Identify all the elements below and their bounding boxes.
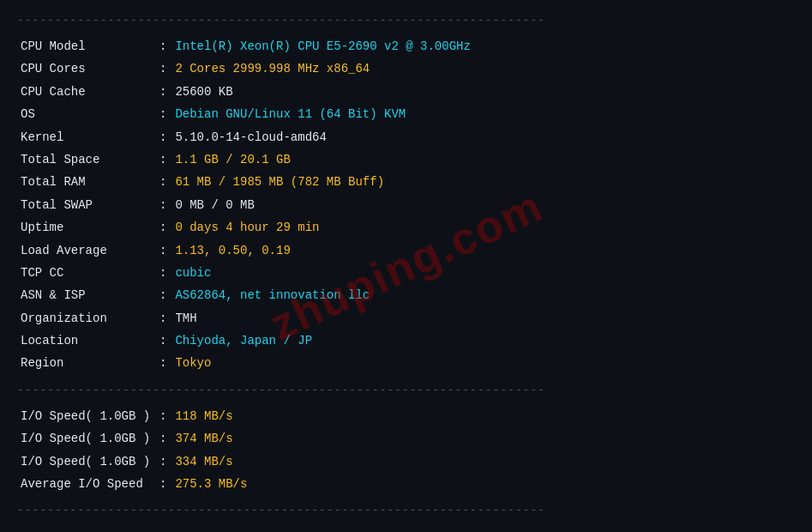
table-row: I/O Speed( 1.0GB ) : 118 MB/s [17, 405, 795, 427]
row-value: 61 MB / 1985 MB (782 MB Buff) [171, 171, 795, 193]
row-label: CPU Cores [17, 57, 154, 80]
row-colon: : [154, 352, 171, 374]
row-colon: : [154, 148, 171, 171]
table-row: I/O Speed( 1.0GB ) : 374 MB/s [17, 427, 795, 450]
row-label: Total SWAP [17, 194, 154, 216]
row-colon: : [154, 81, 171, 103]
row-colon: : [154, 35, 171, 57]
row-value: Tokyo [171, 352, 795, 374]
row-colon: : [154, 473, 171, 495]
row-colon: : [154, 216, 171, 239]
row-label: Total RAM [17, 171, 154, 193]
row-colon: : [154, 103, 171, 125]
row-value: AS62864, net innovation llc [171, 284, 795, 306]
row-colon: : [154, 171, 171, 193]
table-row: ASN & ISP : AS62864, net innovation llc [17, 284, 795, 306]
row-label: I/O Speed( 1.0GB ) [17, 427, 154, 450]
row-label: Organization [17, 307, 154, 329]
table-row: Kernel : 5.10.0-14-cloud-amd64 [17, 126, 795, 148]
table-row: Average I/O Speed : 275.3 MB/s [17, 473, 795, 495]
table-row: CPU Model : Intel(R) Xeon(R) CPU E5-2690… [17, 35, 795, 57]
top-divider: ----------------------------------------… [9, 9, 803, 32]
system-info-section: CPU Model : Intel(R) Xeon(R) CPU E5-2690… [9, 32, 803, 378]
system-info-table: CPU Model : Intel(R) Xeon(R) CPU E5-2690… [17, 35, 795, 375]
table-row: Uptime : 0 days 4 hour 29 min [17, 216, 795, 239]
row-value: 0 days 4 hour 29 min [171, 216, 795, 239]
row-colon: : [154, 57, 171, 80]
row-label: ASN & ISP [17, 284, 154, 306]
row-label: Average I/O Speed [17, 473, 154, 495]
middle-divider: ----------------------------------------… [9, 378, 803, 402]
row-colon: : [154, 239, 171, 262]
table-row: I/O Speed( 1.0GB ) : 334 MB/s [17, 450, 795, 473]
row-label: CPU Model [17, 35, 154, 57]
row-label: TCP CC [17, 262, 154, 284]
row-value: 2 Cores 2999.998 MHz x86_64 [171, 57, 795, 80]
row-value: 118 MB/s [171, 405, 795, 427]
row-colon: : [154, 427, 171, 450]
table-row: Total Space : 1.1 GB / 20.1 GB [17, 148, 795, 171]
row-colon: : [154, 450, 171, 473]
row-value: 1.13, 0.50, 0.19 [171, 239, 795, 262]
row-value: TMH [171, 307, 795, 329]
row-label: Load Average [17, 239, 154, 262]
row-value: Intel(R) Xeon(R) CPU E5-2690 v2 @ 3.00GH… [171, 35, 795, 57]
row-label: OS [17, 103, 154, 125]
table-row: CPU Cores : 2 Cores 2999.998 MHz x86_64 [17, 57, 795, 80]
row-label: Total Space [17, 148, 154, 171]
row-label: CPU Cache [17, 81, 154, 103]
row-label: Region [17, 352, 154, 374]
table-row: OS : Debian GNU/Linux 11 (64 Bit) KVM [17, 103, 795, 125]
table-row: CPU Cache : 25600 KB [17, 81, 795, 103]
table-row: Organization : TMH [17, 307, 795, 329]
table-row: Load Average : 1.13, 0.50, 0.19 [17, 239, 795, 262]
bottom-divider: ----------------------------------------… [9, 499, 803, 522]
io-info-table: I/O Speed( 1.0GB ) : 118 MB/s I/O Speed(… [17, 405, 795, 496]
table-row: TCP CC : cubic [17, 262, 795, 284]
row-value: 334 MB/s [171, 450, 795, 473]
row-colon: : [154, 194, 171, 216]
row-value: 1.1 GB / 20.1 GB [171, 148, 795, 171]
row-value: 25600 KB [171, 81, 795, 103]
row-value: 0 MB / 0 MB [171, 194, 795, 216]
row-label: Location [17, 329, 154, 352]
row-label: I/O Speed( 1.0GB ) [17, 405, 154, 427]
row-label: Uptime [17, 216, 154, 239]
row-colon: : [154, 307, 171, 329]
table-row: Location : Chiyoda, Japan / JP [17, 329, 795, 352]
row-colon: : [154, 284, 171, 306]
row-label: Kernel [17, 126, 154, 148]
row-value: Chiyoda, Japan / JP [171, 329, 795, 352]
row-value: Debian GNU/Linux 11 (64 Bit) KVM [171, 103, 795, 125]
row-colon: : [154, 262, 171, 284]
row-value: 275.3 MB/s [171, 473, 795, 495]
io-info-section: I/O Speed( 1.0GB ) : 118 MB/s I/O Speed(… [9, 402, 803, 499]
row-colon: : [154, 126, 171, 148]
row-value: 5.10.0-14-cloud-amd64 [171, 126, 795, 148]
table-row: Total RAM : 61 MB / 1985 MB (782 MB Buff… [17, 171, 795, 193]
row-label: I/O Speed( 1.0GB ) [17, 450, 154, 473]
row-value: 374 MB/s [171, 427, 795, 450]
table-row: Total SWAP : 0 MB / 0 MB [17, 194, 795, 216]
table-row: Region : Tokyo [17, 352, 795, 374]
row-colon: : [154, 329, 171, 352]
row-value: cubic [171, 262, 795, 284]
row-colon: : [154, 405, 171, 427]
